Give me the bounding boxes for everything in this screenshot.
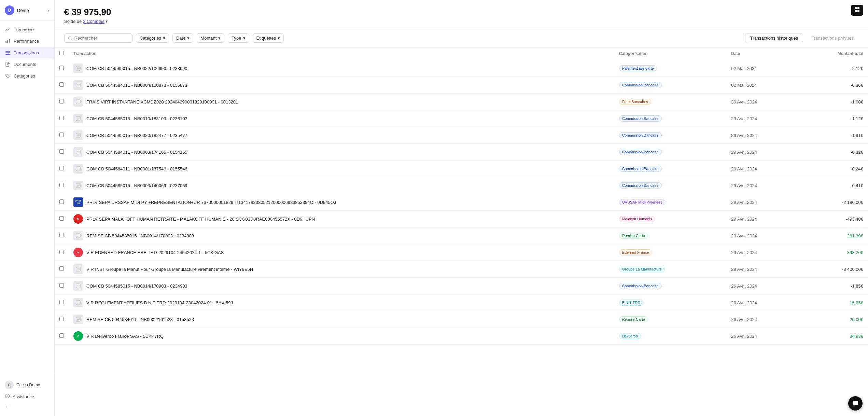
search-input[interactable]	[74, 36, 129, 41]
edenred-logo: E	[73, 248, 83, 257]
category-badge[interactable]: Deliveroo	[619, 333, 641, 339]
row-checkbox[interactable]	[59, 116, 64, 120]
category-badge[interactable]: URSSAF Midi-Pyrénées	[619, 199, 666, 205]
tresorerie-label: Trésorerie	[14, 27, 34, 32]
row-amount-cell: -493,40€	[797, 211, 868, 227]
search-box[interactable]	[64, 33, 132, 43]
table-row[interactable]: COM CB 5044585015 - NB0003/140069 - 0237…	[55, 177, 868, 194]
category-badge[interactable]: Edenred France	[619, 249, 652, 255]
sidebar-item-documents[interactable]: Documents	[0, 58, 54, 70]
row-checkbox[interactable]	[59, 233, 64, 237]
top-right-button[interactable]	[851, 5, 863, 16]
category-badge[interactable]: B NIT-TRD	[619, 300, 644, 306]
assistance-icon: ?	[5, 393, 10, 400]
row-checkbox-cell	[55, 311, 69, 328]
main-content: € 39 975,90 Solde de 3 Comptes ▾ Catégor…	[55, 0, 868, 416]
row-checkbox[interactable]	[59, 66, 64, 70]
delivery-logo: D	[73, 331, 83, 341]
grid-icon	[854, 7, 860, 12]
svg-rect-5	[5, 54, 10, 55]
category-badge[interactable]: Commission Bancaire	[619, 182, 662, 189]
row-checkbox[interactable]	[59, 82, 64, 87]
transaction-name: REMISE CB 5044585015 - NB0014/170903 - 0…	[86, 233, 194, 238]
category-badge[interactable]: Commission Bancaire	[619, 283, 662, 289]
comptes-link[interactable]: 3 Comptes	[83, 19, 104, 24]
tab-prevues[interactable]: Transactions prévues	[807, 33, 858, 43]
table-row[interactable]: REMISE CB 5044584011 - NB0002/161523 - 0…	[55, 311, 868, 328]
row-checkbox[interactable]	[59, 166, 64, 170]
tx-logo	[73, 164, 83, 174]
table-row[interactable]: COM CB 5044584011 - NB0004/100873 - 0156…	[55, 77, 868, 94]
sidebar-item-tresorerie[interactable]: Trésorerie	[0, 24, 54, 35]
table-row[interactable]: COM CB 5044584011 - NB0003/174165 - 0154…	[55, 144, 868, 161]
row-checkbox[interactable]	[59, 216, 64, 221]
category-badge[interactable]: Groupe La Manufacture	[619, 266, 665, 272]
sidebar-item-assistance[interactable]: ? Assistance	[5, 391, 50, 402]
row-amount-cell: -0,24€	[797, 161, 868, 177]
row-checkbox[interactable]	[59, 266, 64, 271]
category-badge[interactable]: Malakoff Humanis	[619, 216, 655, 222]
select-all-checkbox[interactable]	[59, 51, 64, 55]
row-transaction-cell: URSSAF PRLV SEPA URSSAF MIDI PY +REPRESE…	[69, 194, 614, 211]
category-badge[interactable]: Commission Bancaire	[619, 166, 662, 172]
page-header: € 39 975,90 Solde de 3 Comptes ▾	[55, 0, 868, 29]
filter-montant-button[interactable]: Montant ▾	[197, 33, 224, 43]
sidebar-item-categories[interactable]: Catégories	[0, 70, 54, 82]
sidebar-item-performance[interactable]: Performance	[0, 35, 54, 47]
category-badge[interactable]: Commission Bancaire	[619, 82, 662, 88]
row-date-cell: 26 Avr., 2024	[726, 311, 797, 328]
category-badge[interactable]: Remise Carte	[619, 233, 648, 239]
row-amount-cell: -0,32€	[797, 144, 868, 161]
table-row[interactable]: URSSAF PRLV SEPA URSSAF MIDI PY +REPRESE…	[55, 194, 868, 211]
table-row[interactable]: VIR REGLEMENT AFFILIES B NIT-TRD-2029104…	[55, 294, 868, 311]
filter-etiquettes-label: Étiquettes	[256, 36, 276, 41]
table-row[interactable]: E VIR EDENRED FRANCE ERF-TRD-2029104-240…	[55, 244, 868, 261]
chat-bubble[interactable]	[848, 396, 863, 411]
sidebar-header[interactable]: D Demo ▾	[0, 0, 54, 21]
table-row[interactable]: REMISE CB 5044585015 - NB0014/170903 - 0…	[55, 227, 868, 244]
filter-etiquettes-button[interactable]: Étiquettes ▾	[253, 33, 284, 43]
sidebar-collapse-button[interactable]: ←	[5, 402, 50, 412]
row-checkbox[interactable]	[59, 183, 64, 187]
row-checkbox[interactable]	[59, 133, 64, 137]
table-row[interactable]: COM CB 5044584011 - NB0001/137546 - 0155…	[55, 161, 868, 177]
transaction-name: REMISE CB 5044584011 - NB0002/161523 - 0…	[86, 317, 194, 322]
sidebar-avatar: D	[5, 5, 14, 15]
tab-historique[interactable]: Transactions historiques	[745, 33, 803, 43]
sidebar-item-transactions[interactable]: Transactions	[0, 47, 54, 58]
row-checkbox[interactable]	[59, 283, 64, 288]
row-date-cell: 29 Avr., 2024	[726, 161, 797, 177]
row-checkbox[interactable]	[59, 250, 64, 254]
collapse-icon: ←	[5, 404, 10, 410]
row-checkbox[interactable]	[59, 300, 64, 304]
table-row[interactable]: VIR INST Groupe la Manuf Pour Groupe la …	[55, 261, 868, 278]
row-checkbox[interactable]	[59, 99, 64, 103]
row-checkbox[interactable]	[59, 149, 64, 154]
filter-date-button[interactable]: Date ▾	[172, 33, 193, 43]
transaction-name: COM CB 5044584011 - NB0001/137546 - 0155…	[86, 166, 187, 171]
svg-rect-69	[857, 10, 859, 12]
row-checkbox[interactable]	[59, 199, 64, 204]
table-row[interactable]: COM CB 5044585015 - NB0014/170903 - 0234…	[55, 278, 868, 294]
table-row[interactable]: COM CB 5044585015 - NB0010/183103 - 0236…	[55, 110, 868, 127]
category-badge[interactable]: Paiement par carte	[619, 65, 657, 71]
tx-logo	[73, 114, 83, 123]
row-checkbox[interactable]	[59, 333, 64, 338]
filter-categories-button[interactable]: Catégories ▾	[136, 33, 169, 43]
table-row[interactable]: COM CB 5044585015 - NB0020/182477 - 0235…	[55, 127, 868, 144]
filter-type-button[interactable]: Type ▾	[228, 33, 249, 43]
table-row[interactable]: COM CB 5044585015 - NB0022/106990 - 0238…	[55, 60, 868, 77]
table-row[interactable]: M PRLV SEPA MALAKOFF HUMAN RETRAITE - MA…	[55, 211, 868, 227]
category-badge[interactable]: Remise Carte	[619, 316, 648, 322]
category-badge[interactable]: Commission Bancaire	[619, 132, 662, 138]
table-row[interactable]: D VIR Deliveroo France SAS - 5CKK7RQ Del…	[55, 328, 868, 345]
sidebar-user[interactable]: C Cecca Demo	[5, 378, 50, 391]
transaction-name: PRLV SEPA MALAKOFF HUMAN RETRAITE - MALA…	[86, 217, 315, 222]
row-checkbox[interactable]	[59, 317, 64, 321]
table-row[interactable]: FRAIS VIRT INSTANTANE XCMDZ020 202404290…	[55, 94, 868, 110]
category-badge[interactable]: Commission Bancaire	[619, 115, 662, 122]
category-badge[interactable]: Commission Bancaire	[619, 149, 662, 155]
category-badge[interactable]: Frais Bancaires	[619, 99, 651, 105]
chevron-down-icon: ▾	[243, 36, 246, 41]
row-amount-cell: -1,85€	[797, 278, 868, 294]
